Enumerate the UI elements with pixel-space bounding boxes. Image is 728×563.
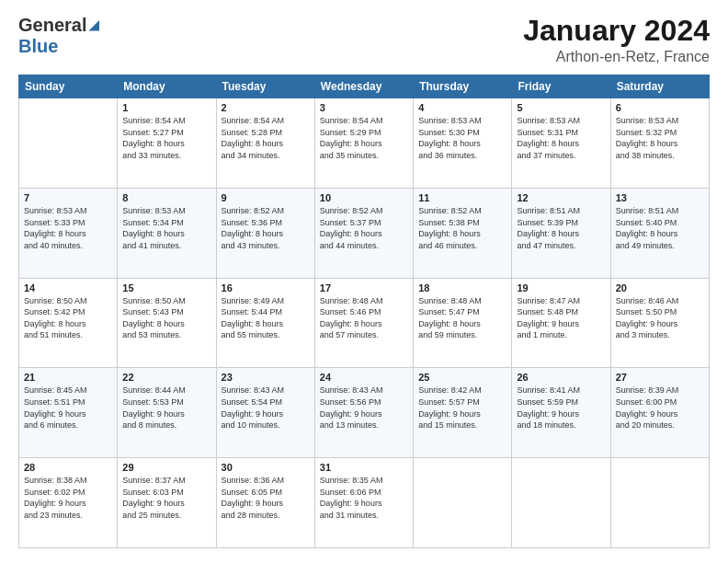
day-info: Sunrise: 8:50 AM Sunset: 5:42 PM Dayligh… bbox=[24, 295, 112, 341]
title-block: January 2024 Arthon-en-Retz, France bbox=[523, 15, 710, 65]
day-number: 26 bbox=[517, 372, 605, 383]
day-number: 20 bbox=[616, 282, 704, 293]
calendar-week-row: 7Sunrise: 8:53 AM Sunset: 5:33 PM Daylig… bbox=[19, 188, 710, 278]
calendar-day-28: 28Sunrise: 8:38 AM Sunset: 6:02 PM Dayli… bbox=[19, 458, 118, 548]
day-info: Sunrise: 8:44 AM Sunset: 5:53 PM Dayligh… bbox=[122, 385, 210, 431]
calendar-day-30: 30Sunrise: 8:36 AM Sunset: 6:05 PM Dayli… bbox=[216, 458, 314, 548]
day-info: Sunrise: 8:53 AM Sunset: 5:30 PM Dayligh… bbox=[418, 115, 506, 161]
day-number: 19 bbox=[517, 282, 605, 293]
day-number: 28 bbox=[24, 462, 112, 473]
calendar-week-row: 1Sunrise: 8:54 AM Sunset: 5:27 PM Daylig… bbox=[19, 98, 710, 189]
day-info: Sunrise: 8:38 AM Sunset: 6:02 PM Dayligh… bbox=[24, 475, 112, 521]
day-info: Sunrise: 8:54 AM Sunset: 5:28 PM Dayligh… bbox=[222, 115, 310, 161]
day-info: Sunrise: 8:35 AM Sunset: 6:06 PM Dayligh… bbox=[320, 475, 408, 521]
calendar-day-4: 4Sunrise: 8:53 AM Sunset: 5:30 PM Daylig… bbox=[414, 98, 512, 189]
day-info: Sunrise: 8:43 AM Sunset: 5:54 PM Dayligh… bbox=[222, 385, 310, 431]
logo-triangle-icon bbox=[88, 20, 99, 31]
logo: General Blue bbox=[18, 15, 99, 57]
weekday-header-friday: Friday bbox=[512, 75, 610, 98]
day-info: Sunrise: 8:36 AM Sunset: 6:05 PM Dayligh… bbox=[222, 475, 310, 521]
day-info: Sunrise: 8:43 AM Sunset: 5:56 PM Dayligh… bbox=[320, 385, 408, 431]
calendar-day-24: 24Sunrise: 8:43 AM Sunset: 5:56 PM Dayli… bbox=[314, 368, 413, 458]
day-info: Sunrise: 8:51 AM Sunset: 5:40 PM Dayligh… bbox=[616, 205, 704, 251]
day-number: 12 bbox=[517, 192, 605, 203]
calendar-empty-cell bbox=[19, 98, 118, 189]
day-number: 9 bbox=[222, 192, 310, 203]
calendar-empty-cell bbox=[414, 458, 512, 548]
day-info: Sunrise: 8:54 AM Sunset: 5:29 PM Dayligh… bbox=[320, 115, 408, 161]
calendar-day-6: 6Sunrise: 8:53 AM Sunset: 5:32 PM Daylig… bbox=[610, 98, 709, 189]
weekday-header-sunday: Sunday bbox=[19, 75, 118, 98]
day-info: Sunrise: 8:37 AM Sunset: 6:03 PM Dayligh… bbox=[122, 475, 210, 521]
day-number: 23 bbox=[222, 372, 310, 383]
day-info: Sunrise: 8:53 AM Sunset: 5:34 PM Dayligh… bbox=[122, 205, 210, 251]
calendar-week-row: 21Sunrise: 8:45 AM Sunset: 5:51 PM Dayli… bbox=[19, 368, 710, 458]
calendar-day-10: 10Sunrise: 8:52 AM Sunset: 5:37 PM Dayli… bbox=[314, 188, 413, 278]
calendar-day-9: 9Sunrise: 8:52 AM Sunset: 5:36 PM Daylig… bbox=[216, 188, 314, 278]
day-number: 8 bbox=[122, 192, 210, 203]
weekday-header-row: SundayMondayTuesdayWednesdayThursdayFrid… bbox=[19, 75, 710, 98]
day-info: Sunrise: 8:41 AM Sunset: 5:59 PM Dayligh… bbox=[517, 385, 605, 431]
day-number: 2 bbox=[222, 102, 310, 113]
day-number: 16 bbox=[222, 282, 310, 293]
day-info: Sunrise: 8:47 AM Sunset: 5:48 PM Dayligh… bbox=[517, 295, 605, 341]
calendar-week-row: 28Sunrise: 8:38 AM Sunset: 6:02 PM Dayli… bbox=[19, 458, 710, 548]
day-number: 18 bbox=[418, 282, 506, 293]
day-number: 29 bbox=[122, 462, 210, 473]
day-number: 1 bbox=[122, 102, 210, 113]
weekday-header-wednesday: Wednesday bbox=[314, 75, 413, 98]
calendar-day-20: 20Sunrise: 8:46 AM Sunset: 5:50 PM Dayli… bbox=[610, 278, 709, 368]
day-number: 11 bbox=[418, 192, 506, 203]
day-info: Sunrise: 8:48 AM Sunset: 5:47 PM Dayligh… bbox=[418, 295, 506, 341]
day-info: Sunrise: 8:53 AM Sunset: 5:32 PM Dayligh… bbox=[616, 115, 704, 161]
day-info: Sunrise: 8:53 AM Sunset: 5:31 PM Dayligh… bbox=[517, 115, 605, 161]
day-number: 4 bbox=[418, 102, 506, 113]
subtitle: Arthon-en-Retz, France bbox=[523, 49, 710, 65]
calendar-day-15: 15Sunrise: 8:50 AM Sunset: 5:43 PM Dayli… bbox=[118, 278, 216, 368]
calendar-day-1: 1Sunrise: 8:54 AM Sunset: 5:27 PM Daylig… bbox=[118, 98, 216, 189]
logo-blue: Blue bbox=[18, 36, 58, 56]
day-number: 24 bbox=[320, 372, 408, 383]
calendar-day-14: 14Sunrise: 8:50 AM Sunset: 5:42 PM Dayli… bbox=[19, 278, 118, 368]
day-info: Sunrise: 8:52 AM Sunset: 5:38 PM Dayligh… bbox=[418, 205, 506, 251]
day-number: 30 bbox=[222, 462, 310, 473]
calendar-day-7: 7Sunrise: 8:53 AM Sunset: 5:33 PM Daylig… bbox=[19, 188, 118, 278]
calendar-day-23: 23Sunrise: 8:43 AM Sunset: 5:54 PM Dayli… bbox=[216, 368, 314, 458]
calendar-day-5: 5Sunrise: 8:53 AM Sunset: 5:31 PM Daylig… bbox=[512, 98, 610, 189]
calendar-day-11: 11Sunrise: 8:52 AM Sunset: 5:38 PM Dayli… bbox=[414, 188, 512, 278]
day-number: 14 bbox=[24, 282, 112, 293]
day-info: Sunrise: 8:49 AM Sunset: 5:44 PM Dayligh… bbox=[222, 295, 310, 341]
day-info: Sunrise: 8:48 AM Sunset: 5:46 PM Dayligh… bbox=[320, 295, 408, 341]
day-number: 15 bbox=[122, 282, 210, 293]
day-number: 10 bbox=[320, 192, 408, 203]
calendar-day-26: 26Sunrise: 8:41 AM Sunset: 5:59 PM Dayli… bbox=[512, 368, 610, 458]
calendar-day-29: 29Sunrise: 8:37 AM Sunset: 6:03 PM Dayli… bbox=[118, 458, 216, 548]
logo-general: General bbox=[18, 15, 86, 36]
day-info: Sunrise: 8:52 AM Sunset: 5:36 PM Dayligh… bbox=[222, 205, 310, 251]
day-info: Sunrise: 8:51 AM Sunset: 5:39 PM Dayligh… bbox=[517, 205, 605, 251]
day-info: Sunrise: 8:45 AM Sunset: 5:51 PM Dayligh… bbox=[24, 385, 112, 431]
calendar-week-row: 14Sunrise: 8:50 AM Sunset: 5:42 PM Dayli… bbox=[19, 278, 710, 368]
calendar-day-31: 31Sunrise: 8:35 AM Sunset: 6:06 PM Dayli… bbox=[314, 458, 413, 548]
day-info: Sunrise: 8:52 AM Sunset: 5:37 PM Dayligh… bbox=[320, 205, 408, 251]
calendar-day-25: 25Sunrise: 8:42 AM Sunset: 5:57 PM Dayli… bbox=[414, 368, 512, 458]
day-info: Sunrise: 8:54 AM Sunset: 5:27 PM Dayligh… bbox=[122, 115, 210, 161]
day-number: 27 bbox=[616, 372, 704, 383]
day-info: Sunrise: 8:39 AM Sunset: 6:00 PM Dayligh… bbox=[616, 385, 704, 431]
header: General Blue January 2024 Arthon-en-Retz… bbox=[18, 15, 710, 65]
calendar: SundayMondayTuesdayWednesdayThursdayFrid… bbox=[18, 75, 710, 548]
calendar-empty-cell bbox=[610, 458, 709, 548]
day-info: Sunrise: 8:42 AM Sunset: 5:57 PM Dayligh… bbox=[418, 385, 506, 431]
day-number: 17 bbox=[320, 282, 408, 293]
weekday-header-monday: Monday bbox=[118, 75, 216, 98]
calendar-day-16: 16Sunrise: 8:49 AM Sunset: 5:44 PM Dayli… bbox=[216, 278, 314, 368]
calendar-day-12: 12Sunrise: 8:51 AM Sunset: 5:39 PM Dayli… bbox=[512, 188, 610, 278]
day-number: 21 bbox=[24, 372, 112, 383]
day-info: Sunrise: 8:50 AM Sunset: 5:43 PM Dayligh… bbox=[122, 295, 210, 341]
logo-wrapper: General bbox=[18, 15, 99, 36]
day-info: Sunrise: 8:53 AM Sunset: 5:33 PM Dayligh… bbox=[24, 205, 112, 251]
day-number: 6 bbox=[616, 102, 704, 113]
day-number: 5 bbox=[517, 102, 605, 113]
calendar-day-22: 22Sunrise: 8:44 AM Sunset: 5:53 PM Dayli… bbox=[118, 368, 216, 458]
calendar-day-18: 18Sunrise: 8:48 AM Sunset: 5:47 PM Dayli… bbox=[414, 278, 512, 368]
